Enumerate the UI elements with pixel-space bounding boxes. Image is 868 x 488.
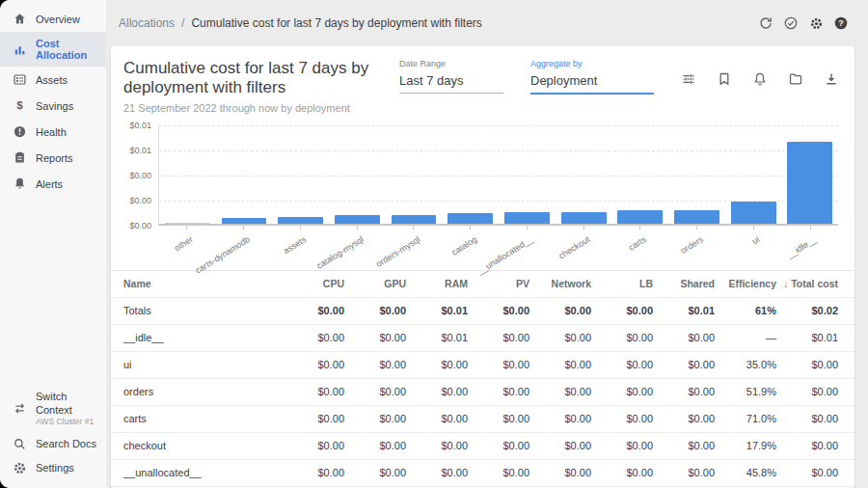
column-header-gpu[interactable]: GPU [344, 278, 406, 289]
row-value: $0.00 [529, 332, 591, 343]
gear-button[interactable] [808, 15, 824, 31]
bar-unallocated[interactable] [504, 212, 550, 224]
table-row-ui[interactable]: ui$0.00$0.00$0.00$0.00$0.00$0.00$0.0035.… [111, 352, 854, 379]
x-axis-tick [243, 226, 244, 230]
row-name: ui [123, 359, 283, 370]
topbar: Allocations / Cumulative cost for last 7… [106, 0, 868, 46]
row-value: $0.00 [468, 413, 529, 424]
bar-other[interactable] [165, 223, 210, 224]
x-axis-slot: __idle__ [781, 226, 838, 264]
help-icon: ? [833, 15, 849, 31]
bell-outline-button[interactable] [752, 71, 768, 87]
bar-assets[interactable] [278, 217, 323, 224]
check-circle-button[interactable] [783, 15, 799, 31]
x-axis-tick [753, 226, 754, 230]
row-value: $0.00 [283, 305, 344, 316]
bookmark-button[interactable] [717, 71, 732, 87]
breadcrumb-separator: / [181, 16, 184, 30]
column-header-shared[interactable]: Shared [653, 278, 715, 289]
tune-button[interactable] [681, 71, 696, 87]
column-header-lb[interactable]: LB [591, 278, 653, 289]
column-header-network[interactable]: Network [529, 278, 591, 289]
row-value: $0.00 [468, 305, 529, 316]
sidebar-item-reports[interactable]: Reports [0, 145, 106, 171]
app-window: OverviewCost AllocationAssets$SavingsHea… [0, 0, 868, 488]
svg-text:?: ? [838, 18, 844, 28]
row-value: $0.00 [344, 359, 406, 370]
page-title: Cumulative cost for last 7 days by deplo… [123, 59, 399, 98]
column-header-cpu[interactable]: CPU [283, 278, 344, 289]
allocation-table: NameCPUGPURAMPVNetworkLBSharedEfficiency… [111, 270, 854, 488]
sidebar-footer: Switch ContextAWS Cluster #1Search DocsS… [0, 386, 106, 488]
sidebar-item-overview[interactable]: Overview [0, 6, 106, 32]
bar-ui[interactable] [731, 202, 776, 224]
gear-icon [809, 16, 824, 31]
grid-icon [13, 72, 27, 87]
table-row-unallocated[interactable]: __unallocated__$0.00$0.00$0.00$0.00$0.00… [111, 460, 854, 487]
row-value: — [715, 332, 776, 343]
column-header-ram[interactable]: RAM [406, 278, 468, 289]
bar-catalog-mysql[interactable] [335, 215, 380, 224]
page-subtitle: 21 September 2022 through now by deploym… [123, 102, 399, 114]
x-axis-tick [527, 226, 528, 230]
bar-orders[interactable] [674, 210, 719, 224]
sidebar-item-settings[interactable]: Settings [0, 456, 106, 480]
download-button[interactable] [824, 71, 839, 87]
sidebar-item-assets[interactable]: Assets [0, 67, 106, 93]
bar-slot [442, 125, 499, 224]
aggregate-by-select[interactable]: Deployment [530, 73, 654, 95]
table-row-totals[interactable]: Totals$0.00$0.00$0.01$0.00$0.00$0.00$0.0… [111, 298, 854, 325]
sidebar-item-alerts[interactable]: Alerts [0, 171, 106, 197]
row-value: $0.00 [344, 467, 406, 478]
bar-orders-mysql[interactable] [392, 215, 437, 224]
refresh-button[interactable] [758, 15, 773, 31]
column-header-pv[interactable]: PV [468, 278, 529, 289]
row-value: $0.00 [344, 386, 406, 397]
row-value: $0.00 [283, 332, 344, 343]
svg-text:$: $ [16, 98, 23, 111]
table-row-carts[interactable]: carts$0.00$0.00$0.00$0.00$0.00$0.00$0.00… [111, 406, 854, 433]
alert-circle-icon [13, 124, 27, 139]
x-axis-slot: carts [611, 226, 668, 264]
row-name: orders [123, 386, 283, 397]
help-button[interactable]: ? [833, 15, 849, 31]
column-header-name[interactable]: Name [123, 278, 283, 289]
report-card: Cumulative cost for last 7 days by deplo… [111, 46, 854, 488]
action-icons [681, 71, 839, 87]
row-value: $0.00 [283, 386, 344, 397]
row-value: $0.00 [776, 440, 838, 451]
bar-checkout[interactable] [561, 212, 607, 224]
folder-button[interactable] [788, 71, 803, 87]
sidebar-item-switch-context[interactable]: Switch ContextAWS Cluster #1 [0, 386, 106, 432]
bookmark-icon [717, 71, 732, 87]
sidebar-item-search-docs[interactable]: Search Docs [0, 432, 106, 456]
breadcrumb-parent[interactable]: Allocations [119, 16, 175, 30]
column-header-total-cost[interactable]: ↓Total cost [776, 278, 838, 289]
bar-idle[interactable] [787, 142, 832, 224]
bar-carts[interactable] [617, 210, 663, 224]
table-row-idle[interactable]: __idle__$0.00$0.00$0.01$0.00$0.00$0.00$0… [111, 325, 854, 352]
sidebar-item-savings[interactable]: $Savings [0, 93, 106, 119]
row-value: $0.00 [529, 305, 591, 316]
table-row-orders[interactable]: orders$0.00$0.00$0.00$0.00$0.00$0.00$0.0… [111, 379, 854, 406]
date-range-select[interactable]: Last 7 days [399, 73, 503, 94]
gear-icon [13, 461, 27, 475]
swap-icon [13, 401, 27, 416]
sidebar-footer-text: Settings [36, 462, 74, 475]
x-axis-tick [357, 226, 358, 230]
clipboard-icon [13, 150, 27, 165]
row-value: $0.00 [591, 386, 653, 397]
bar-slot [272, 125, 329, 224]
column-header-efficiency[interactable]: Efficiency [715, 278, 776, 289]
bar-slot [556, 125, 612, 224]
x-axis-slot: ui [725, 226, 782, 264]
x-axis-tick [583, 226, 584, 230]
sidebar-item-health[interactable]: Health [0, 119, 106, 145]
row-value: $0.00 [283, 440, 344, 451]
row-value: $0.00 [344, 332, 406, 343]
sidebar-item-cost-allocation[interactable]: Cost Allocation [0, 32, 106, 67]
row-value: $0.00 [529, 359, 591, 370]
table-row-checkout[interactable]: checkout$0.00$0.00$0.00$0.00$0.00$0.00$0… [111, 433, 854, 460]
bar-carts-dynamodb[interactable] [222, 218, 267, 224]
bar-catalog[interactable] [448, 213, 493, 224]
